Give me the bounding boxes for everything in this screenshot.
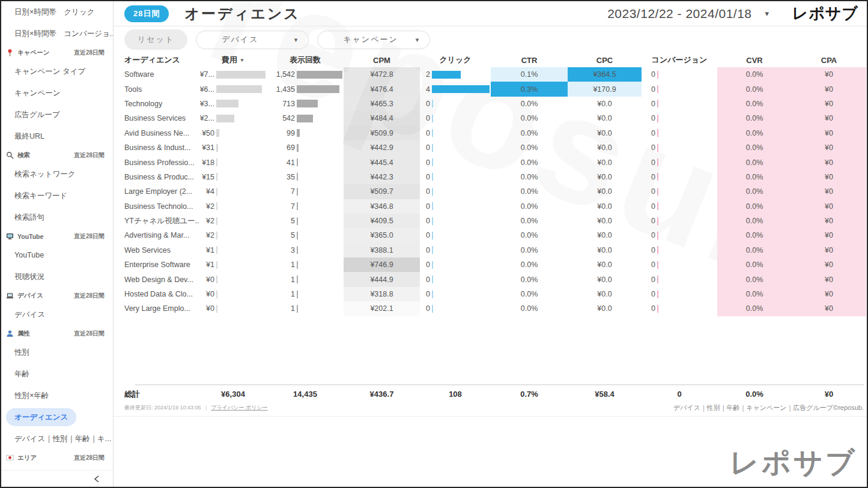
conversions-value: 0 xyxy=(642,261,655,269)
clicks-cell: 0 xyxy=(420,228,491,242)
clicks-value: 0 xyxy=(420,100,430,108)
impressions-bar xyxy=(297,100,318,107)
sidebar-item[interactable]: デバイス｜性別｜年齢｜キ... xyxy=(1,428,113,450)
impressions-bar xyxy=(297,202,298,210)
clicks-value: 0 xyxy=(420,304,430,313)
reset-button[interactable]: リセット xyxy=(124,29,187,50)
column-header[interactable]: CPA xyxy=(792,56,866,65)
audience-name: YTチャネル視聴ユー... xyxy=(124,214,199,228)
cost-cell: ¥2... xyxy=(199,111,267,125)
column-header[interactable]: CPM xyxy=(344,56,420,65)
conversions-cell: 0 xyxy=(642,214,717,228)
cost-value: ¥50 xyxy=(199,129,214,137)
column-header[interactable]: オーディエンス xyxy=(124,55,199,65)
sidebar-item[interactable]: 日別×時間帯 クリック xyxy=(1,1,113,23)
sidebar-item[interactable]: 性別 xyxy=(1,342,113,363)
cpa-cell: ¥0 xyxy=(792,67,866,82)
sidebar-section-period: 直近28日間 xyxy=(74,49,105,57)
conversions-value: 0 xyxy=(642,100,655,108)
cpm-cell: ¥476.4 xyxy=(344,82,420,96)
column-header[interactable]: 費用▼ xyxy=(199,55,267,65)
sidebar-item[interactable]: 検索ネットワーク xyxy=(1,163,113,185)
conversions-bar xyxy=(657,158,658,166)
ctr-cell: 0.0% xyxy=(491,258,568,272)
column-header[interactable]: CPC xyxy=(568,56,642,65)
impressions-cell: 99 xyxy=(267,126,344,140)
sidebar-item-label: 性別×年齢 xyxy=(6,387,57,405)
clicks-bar xyxy=(432,188,433,196)
cvr-cell: 0.0% xyxy=(717,170,792,184)
sidebar-item[interactable]: 広告グループ xyxy=(1,104,113,125)
column-header[interactable]: CTR xyxy=(491,56,568,65)
cvr-cell: 0.0% xyxy=(717,111,792,125)
campaign-filter-select[interactable]: キャンペーン ▾ xyxy=(317,31,430,49)
cost-cell: ¥2 xyxy=(199,228,267,242)
cpa-cell: ¥0 xyxy=(792,126,866,140)
period-badge[interactable]: 28日間 xyxy=(124,5,169,22)
sidebar-item[interactable]: 検索語句 xyxy=(1,206,113,228)
sidebar-item[interactable]: デバイス xyxy=(1,304,113,325)
sidebar-item[interactable]: キャンペーン タイプ xyxy=(1,61,113,82)
impressions-value: 41 xyxy=(267,158,295,167)
cost-bar xyxy=(216,100,238,107)
table-row: Web Services¥13¥388.100.0%¥0.000.0%¥0 xyxy=(124,243,867,258)
privacy-policy-link[interactable]: プライバシー ポリシー xyxy=(211,404,267,412)
sidebar-item[interactable]: 視聴状況 xyxy=(1,266,113,288)
cvr-cell: 0.0% xyxy=(717,287,792,301)
clicks-value: 0 xyxy=(420,173,430,181)
cpa-cell: ¥0 xyxy=(792,243,866,258)
conversions-value: 0 xyxy=(642,290,655,298)
sidebar-item-label: 日別×時間帯 クリック xyxy=(6,3,103,21)
cpm-cell: ¥442.9 xyxy=(344,140,420,155)
impressions-bar xyxy=(297,276,298,283)
date-range-picker[interactable]: 2023/12/22 - 2024/01/18 ▾ xyxy=(607,7,769,21)
sidebar-item-label: キャンペーン タイプ xyxy=(6,62,94,80)
cost-cell: ¥0 xyxy=(199,287,267,301)
conversions-bar xyxy=(657,261,658,269)
clicks-cell: 0 xyxy=(420,155,491,169)
sidebar-item[interactable]: キャンペーン xyxy=(1,82,113,104)
impressions-cell: 542 xyxy=(267,111,344,125)
ctr-cell: 0.0% xyxy=(491,97,568,111)
clicks-value: 0 xyxy=(420,158,430,167)
totals-value: ¥6,304 xyxy=(199,385,267,403)
sidebar-item[interactable]: 日別×時間帯 コンバージョ... xyxy=(1,23,113,44)
column-header[interactable]: コンバージョン xyxy=(642,55,717,65)
cost-bar xyxy=(216,129,219,137)
impressions-cell: 35 xyxy=(267,170,344,184)
cpa-cell: ¥0 xyxy=(792,155,866,169)
column-header[interactable]: 表示回数 xyxy=(267,55,344,65)
sidebar-item[interactable]: 検索キーワード xyxy=(1,185,113,206)
cvr-cell: 0.0% xyxy=(717,214,792,228)
cost-bar xyxy=(216,217,217,225)
sidebar-item[interactable]: 最終URL xyxy=(1,125,113,147)
flag-icon xyxy=(6,454,14,462)
cpm-cell: ¥388.1 xyxy=(344,243,420,258)
sidebar-item-label: 日別×時間帯 コンバージョ... xyxy=(6,25,113,43)
sidebar-item[interactable]: 性別×年齢 xyxy=(1,385,113,406)
clicks-bar xyxy=(432,305,433,313)
sidebar-section-period: 直近28日間 xyxy=(74,454,105,462)
conversions-value: 0 xyxy=(642,231,655,239)
sidebar-collapse-button[interactable] xyxy=(1,470,113,487)
conversions-bar xyxy=(657,115,658,122)
sidebar-item[interactable]: 年齢 xyxy=(1,363,113,385)
impressions-value: 35 xyxy=(267,173,295,181)
conversions-cell: 0 xyxy=(642,301,717,316)
cost-value: ¥6... xyxy=(199,85,214,94)
conversions-cell: 0 xyxy=(642,67,717,82)
impressions-bar xyxy=(297,71,342,79)
clicks-bar xyxy=(432,144,433,152)
table-row: Business & Produc...¥1535¥442.300.0%¥0.0… xyxy=(124,170,867,184)
sidebar-item[interactable]: 都道府県 xyxy=(1,466,113,470)
device-filter-select[interactable]: デバイス ▾ xyxy=(196,31,309,49)
cpc-cell: ¥0.0 xyxy=(568,170,642,184)
column-header[interactable]: クリック xyxy=(420,55,491,65)
column-header[interactable]: CVR xyxy=(717,56,792,65)
cpm-cell: ¥444.9 xyxy=(344,272,420,286)
clicks-cell: 0 xyxy=(420,97,491,111)
clicks-cell: 0 xyxy=(420,184,491,199)
sidebar-item[interactable]: オーディエンス xyxy=(1,406,113,428)
sidebar-item[interactable]: YouTube xyxy=(1,244,113,266)
cpm-cell: ¥365.0 xyxy=(344,228,420,242)
